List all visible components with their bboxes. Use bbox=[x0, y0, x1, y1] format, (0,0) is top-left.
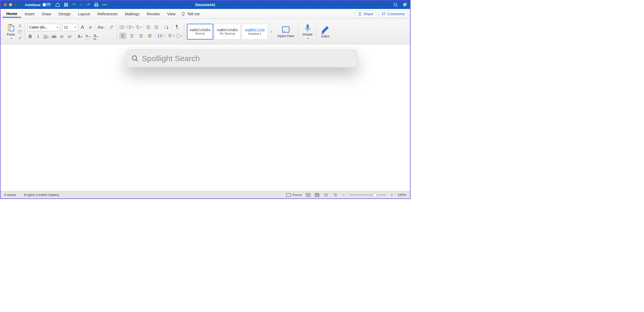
read-mode-icon[interactable] bbox=[306, 193, 311, 197]
editor-icon bbox=[321, 25, 330, 34]
tab-review[interactable]: Review bbox=[143, 11, 163, 17]
window-controls bbox=[4, 3, 17, 6]
tell-me[interactable]: Tell me bbox=[181, 12, 200, 16]
styles-more-icon[interactable]: › bbox=[269, 29, 274, 34]
strikethrough-button[interactable]: ab bbox=[51, 34, 57, 40]
svg-point-0 bbox=[394, 3, 397, 6]
superscript-button[interactable]: x2 bbox=[67, 34, 73, 40]
ribbon-options-icon[interactable] bbox=[403, 2, 407, 7]
grow-font-button[interactable]: Aˆ bbox=[80, 25, 86, 30]
justify-button[interactable] bbox=[146, 33, 153, 39]
outline-icon[interactable] bbox=[332, 193, 338, 197]
shading-button[interactable] bbox=[168, 33, 174, 39]
font-name-select[interactable]: Calibri (Bo…▾ bbox=[27, 24, 60, 31]
close-window-icon[interactable] bbox=[4, 3, 7, 6]
numbering-button[interactable]: 123 bbox=[127, 24, 133, 30]
styles-pane-button[interactable]: Styles Pane bbox=[276, 25, 296, 38]
bold-button[interactable]: B bbox=[27, 34, 33, 40]
svg-rect-2 bbox=[9, 24, 11, 25]
minimize-window-icon[interactable] bbox=[9, 3, 12, 6]
style-normal[interactable]: AaBbCcDdEe Normal bbox=[187, 24, 213, 40]
text-effects-button[interactable]: A bbox=[77, 34, 83, 40]
tab-layout[interactable]: Layout bbox=[74, 11, 94, 17]
save-icon[interactable] bbox=[64, 2, 68, 7]
bullets-button[interactable] bbox=[119, 24, 125, 30]
editor-button[interactable]: Editor bbox=[319, 25, 331, 38]
clear-format-button[interactable] bbox=[108, 25, 114, 30]
tab-view[interactable]: View bbox=[163, 11, 179, 17]
show-marks-button[interactable]: ¶ bbox=[174, 24, 180, 30]
autosave-switch[interactable]: OFF bbox=[42, 3, 52, 7]
dictate-dropdown-icon[interactable]: ▾ bbox=[307, 37, 309, 40]
sort-button[interactable]: AZ bbox=[164, 24, 169, 30]
print-layout-icon[interactable] bbox=[314, 193, 320, 197]
word-count[interactable]: 0 words bbox=[4, 193, 16, 197]
more-icon[interactable]: ••• bbox=[102, 3, 108, 7]
highlight-button[interactable]: ✎ bbox=[85, 34, 91, 40]
comments-label: Comments bbox=[387, 12, 405, 16]
zoom-level[interactable]: 195% bbox=[398, 193, 406, 197]
redo-icon[interactable] bbox=[86, 2, 90, 7]
change-case-button[interactable]: Aa bbox=[98, 25, 104, 30]
style-heading-1[interactable]: AaBbCcDd Heading 1 bbox=[242, 24, 268, 40]
undo-dropdown-icon[interactable]: ▾ bbox=[81, 3, 82, 6]
group-editor: Editor bbox=[317, 20, 334, 43]
language-status[interactable]: English (United States) bbox=[24, 193, 59, 197]
titlebar: AutoSave OFF ▾ ••• Document1 bbox=[1, 1, 410, 9]
shrink-font-button[interactable]: Aˇ bbox=[88, 25, 94, 30]
ribbon: Paste ▾ Calibri (Bo…▾ 12▾ Aˆ Aˇ Aa B I bbox=[1, 19, 410, 44]
tab-mailings[interactable]: Mailings bbox=[121, 11, 143, 17]
web-layout-icon[interactable] bbox=[323, 193, 329, 197]
svg-point-4 bbox=[18, 26, 19, 27]
style-no-spacing[interactable]: AaBbCcDdEe No Spacing bbox=[214, 24, 241, 40]
align-center-button[interactable] bbox=[128, 33, 135, 39]
spotlight-search[interactable] bbox=[126, 50, 357, 67]
comments-button[interactable]: Comments bbox=[379, 11, 408, 17]
decrease-indent-button[interactable] bbox=[146, 24, 151, 30]
paste-button[interactable]: Paste ▾ bbox=[5, 23, 17, 40]
subscript-button[interactable]: x2 bbox=[59, 34, 65, 40]
undo-icon[interactable] bbox=[72, 2, 77, 7]
home-icon[interactable] bbox=[55, 2, 60, 7]
autosave-toggle[interactable]: AutoSave OFF bbox=[25, 3, 52, 7]
multilevel-button[interactable] bbox=[135, 24, 141, 30]
copy-icon[interactable] bbox=[18, 30, 22, 34]
share-button[interactable]: Share bbox=[355, 11, 376, 17]
print-icon[interactable] bbox=[94, 2, 99, 7]
status-bar: 0 words English (United States) Focus − … bbox=[1, 191, 410, 198]
style-sample: AaBbCcDd bbox=[245, 28, 264, 32]
tab-design[interactable]: Design bbox=[55, 11, 74, 17]
font-name-value: Calibri (Bo… bbox=[29, 25, 49, 29]
font-color-button[interactable]: A bbox=[93, 34, 99, 40]
format-painter-icon[interactable] bbox=[18, 36, 22, 40]
spotlight-input[interactable] bbox=[142, 54, 352, 63]
zoom-out-button[interactable]: − bbox=[341, 193, 346, 197]
maximize-window-icon[interactable] bbox=[14, 3, 17, 6]
zoom-slider[interactable] bbox=[349, 194, 386, 196]
italic-button[interactable]: I bbox=[35, 34, 41, 40]
tab-draw[interactable]: Draw bbox=[38, 11, 55, 17]
share-label: Share bbox=[363, 12, 373, 16]
svg-rect-20 bbox=[286, 193, 291, 197]
paste-dropdown-icon[interactable]: ▾ bbox=[11, 37, 12, 40]
font-size-select[interactable]: 12▾ bbox=[62, 24, 78, 31]
zoom-in-button[interactable]: + bbox=[390, 193, 394, 197]
underline-button[interactable]: U bbox=[43, 34, 49, 40]
svg-point-5 bbox=[21, 26, 22, 27]
search-icon[interactable] bbox=[393, 2, 398, 7]
line-spacing-button[interactable] bbox=[158, 33, 163, 39]
cut-icon[interactable] bbox=[18, 23, 22, 27]
tab-references[interactable]: References bbox=[94, 11, 121, 17]
increase-indent-button[interactable] bbox=[153, 24, 159, 30]
focus-mode-button[interactable]: Focus bbox=[286, 193, 302, 197]
borders-button[interactable] bbox=[176, 33, 182, 39]
dictate-button[interactable]: Dictate ▾ bbox=[301, 23, 314, 40]
tab-insert[interactable]: Insert bbox=[21, 11, 38, 17]
align-left-button[interactable] bbox=[119, 33, 126, 39]
tell-me-label: Tell me bbox=[187, 12, 200, 16]
group-clipboard: Paste ▾ bbox=[2, 20, 25, 43]
tab-home[interactable]: Home bbox=[3, 10, 21, 18]
align-right-button[interactable] bbox=[137, 33, 144, 39]
svg-point-9 bbox=[119, 27, 120, 27]
font-size-value: 12 bbox=[64, 25, 68, 29]
